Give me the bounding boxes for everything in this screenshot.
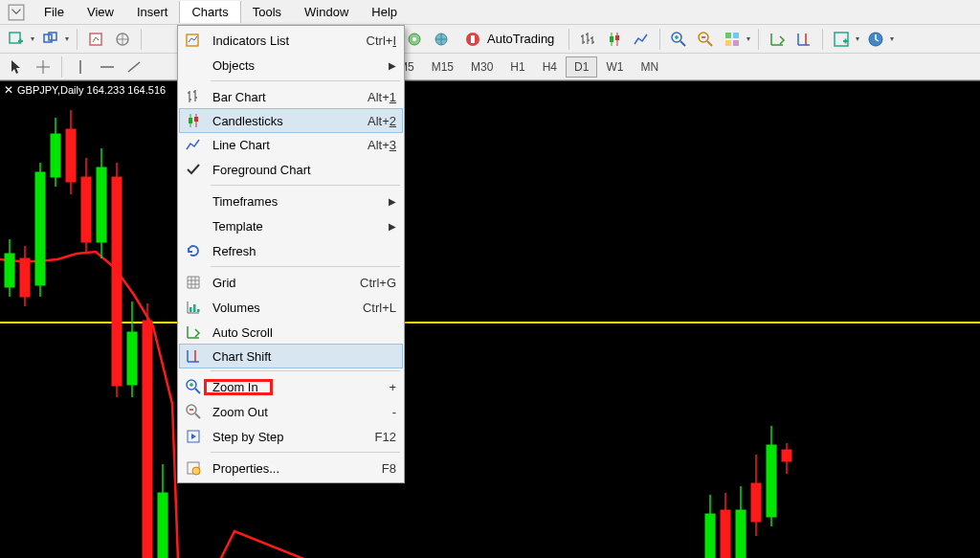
cursor-button[interactable] (4, 56, 29, 78)
zoom-in-button[interactable] (666, 27, 691, 52)
market-watch-button[interactable] (83, 27, 108, 52)
svg-rect-15 (610, 36, 613, 42)
chart-shift-button[interactable] (791, 27, 816, 52)
menu-item-auto-scroll[interactable]: Auto Scroll (180, 320, 402, 345)
menu-item-candlesticks[interactable]: CandlesticksAlt+2 (179, 108, 403, 133)
toolbar-secondary: M5M15M30H1H4D1W1MN (0, 54, 980, 80)
menu-item-label: Candlesticks (207, 114, 368, 128)
svg-rect-73 (189, 118, 192, 123)
globe-button[interactable] (429, 27, 454, 52)
menu-item-grid[interactable]: GridCtrl+G (180, 270, 402, 295)
dropdown-arrow-icon[interactable]: ▾ (854, 34, 861, 43)
svg-rect-4 (90, 33, 101, 45)
svg-rect-60 (705, 514, 715, 558)
menu-item-properties[interactable]: Properties...F8 (180, 456, 402, 480)
menu-item-bar-chart[interactable]: Bar ChartAlt+1 (180, 84, 402, 109)
chart-canvas (0, 81, 980, 558)
line-chart-button[interactable] (629, 27, 654, 52)
menu-item-label: Refresh (207, 244, 396, 258)
timeframe-h4[interactable]: H4 (534, 56, 566, 78)
svg-point-10 (412, 37, 416, 41)
menu-item-shortcut: Ctrl+G (360, 276, 396, 290)
menu-item-zoom-in[interactable]: Zoom In+ (180, 374, 402, 399)
profiles-button[interactable] (38, 27, 63, 52)
dropdown-arrow-icon[interactable]: ▾ (745, 34, 752, 43)
vertical-line-button[interactable] (68, 56, 93, 78)
menu-item-shortcut: Alt+1 (368, 90, 396, 104)
bar-chart-button[interactable] (575, 27, 600, 52)
timeframe-mn[interactable]: MN (632, 56, 667, 78)
indicators-icon (180, 32, 207, 49)
data-window-button[interactable] (110, 27, 135, 52)
menu-item-objects[interactable]: Objects▶ (180, 53, 402, 78)
menu-item-zoom-out[interactable]: Zoom Out- (180, 399, 402, 424)
menu-item-template[interactable]: Template▶ (180, 213, 402, 238)
autoscroll-icon (180, 324, 207, 341)
menu-item-timeframes[interactable]: Timeframes▶ (180, 189, 402, 213)
toolbar-separator (141, 29, 142, 50)
auto-scroll-button[interactable] (765, 27, 790, 52)
menubar: FileViewInsertChartsToolsWindowHelp (0, 0, 980, 25)
svg-rect-76 (189, 307, 192, 312)
menu-separator (211, 80, 400, 81)
timeframe-w1[interactable]: W1 (597, 56, 632, 78)
dropdown-arrow-icon[interactable]: ▾ (63, 34, 71, 43)
menubar-expand-icon[interactable] (8, 5, 25, 20)
menu-tools[interactable]: Tools (241, 1, 293, 23)
menu-item-refresh[interactable]: Refresh (180, 238, 402, 263)
submenu-arrow-icon: ▶ (389, 60, 396, 71)
menu-item-shortcut: - (392, 405, 396, 419)
menu-item-shortcut: + (389, 380, 396, 394)
menu-separator (211, 452, 400, 453)
menu-help[interactable]: Help (360, 1, 409, 23)
horizontal-line-button[interactable] (95, 56, 120, 78)
menu-item-indicators-list[interactable]: Indicators ListCtrl+I (180, 28, 402, 53)
candlestick-button[interactable] (602, 27, 627, 52)
timeframe-m30[interactable]: M30 (462, 56, 501, 78)
periodicity-button[interactable] (863, 27, 888, 52)
menu-item-label: Zoom In (207, 380, 389, 394)
indicators-button[interactable] (829, 27, 854, 52)
menu-charts[interactable]: Charts (179, 1, 240, 23)
new-chart-button[interactable] (4, 27, 29, 52)
svg-line-36 (128, 62, 140, 72)
timeframe-d1[interactable]: D1 (566, 56, 597, 78)
menu-item-foreground-chart[interactable]: Foreground Chart (180, 157, 402, 182)
menu-item-volumes[interactable]: VolumesCtrl+L (180, 295, 402, 320)
menu-file[interactable]: File (33, 1, 76, 23)
trendline-button[interactable] (122, 56, 146, 78)
menu-view[interactable]: View (76, 1, 125, 23)
menu-item-label: Indicators List (207, 33, 367, 48)
svg-rect-13 (471, 35, 475, 43)
autotrading-button[interactable]: AutoTrading (456, 28, 563, 51)
menu-item-label: Foreground Chart (207, 163, 396, 177)
autotrading-icon (464, 31, 481, 48)
zoomin-icon (180, 378, 207, 395)
menu-item-step-by-step[interactable]: Step by StepF12 (180, 424, 402, 449)
svg-rect-62 (721, 510, 730, 558)
dropdown-arrow-icon[interactable]: ▾ (29, 34, 36, 43)
menu-item-label: Line Chart (207, 138, 368, 152)
tile-windows-button[interactable] (720, 27, 745, 52)
crosshair-button[interactable] (31, 56, 56, 78)
zoom-out-button[interactable] (693, 27, 718, 52)
svg-rect-66 (751, 483, 761, 522)
menu-item-line-chart[interactable]: Line ChartAlt+3 (180, 132, 402, 157)
chartshift-icon (180, 347, 207, 365)
menu-window[interactable]: Window (293, 1, 360, 23)
svg-rect-50 (97, 167, 106, 242)
menu-item-chart-shift[interactable]: Chart Shift (179, 344, 403, 368)
timeframe-h1[interactable]: H1 (501, 56, 533, 78)
svg-rect-56 (143, 321, 152, 558)
toolbar-separator (61, 56, 62, 78)
menu-insert[interactable]: Insert (125, 1, 180, 23)
chart-area[interactable]: ✕ GBPJPY,Daily 164.233 164.516 (0, 80, 980, 558)
menu-item-label: Chart Shift (207, 349, 396, 364)
dropdown-arrow-icon[interactable]: ▾ (888, 34, 896, 43)
menu-item-shortcut: Ctrl+L (363, 301, 396, 315)
svg-rect-58 (158, 493, 167, 558)
timeframe-m15[interactable]: M15 (423, 56, 462, 78)
options-button[interactable] (402, 27, 427, 52)
candles-right (705, 426, 791, 558)
svg-rect-38 (5, 254, 14, 287)
